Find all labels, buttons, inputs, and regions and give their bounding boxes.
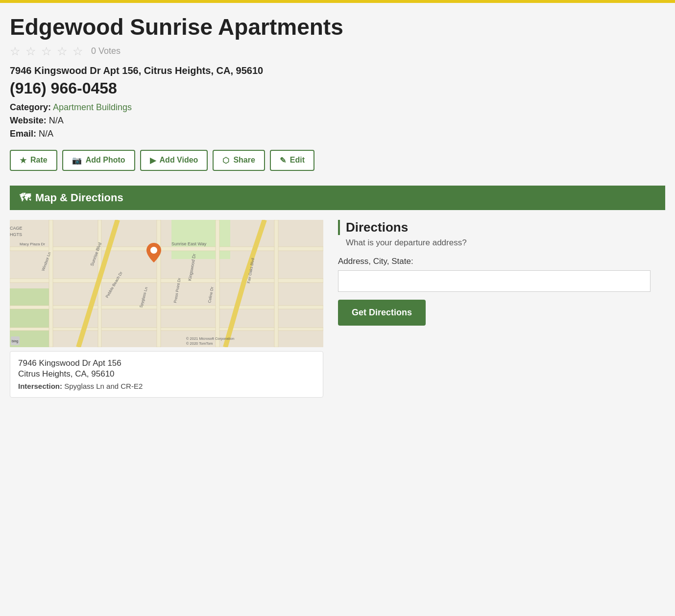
add-video-label: Add Video xyxy=(160,156,198,165)
rate-label: Rate xyxy=(30,156,48,165)
star-2[interactable]: ☆ xyxy=(25,45,39,58)
map-address-box: 7946 Kingswood Dr Apt 156 Citrus Heights… xyxy=(10,351,323,398)
svg-text:CAGE: CAGE xyxy=(10,226,23,231)
add-video-button[interactable]: ▶ Add Video xyxy=(140,150,208,171)
star-5[interactable]: ☆ xyxy=(72,45,86,58)
get-directions-button[interactable]: Get Directions xyxy=(338,300,426,326)
stars-container[interactable]: ☆ ☆ ☆ ☆ ☆ xyxy=(10,45,86,58)
directions-title: Directions xyxy=(338,220,651,235)
map-pin xyxy=(146,243,161,264)
star-1[interactable]: ☆ xyxy=(10,45,24,58)
intersection-value: Spyglass Ln and CR-E2 xyxy=(64,382,143,390)
add-photo-label: Add Photo xyxy=(86,156,125,165)
svg-rect-2 xyxy=(171,220,230,259)
svg-rect-9 xyxy=(157,220,161,347)
star-icon: ★ xyxy=(20,156,26,165)
business-title: Edgewood Sunrise Apartments xyxy=(10,15,665,40)
map-image[interactable]: Sunrise Blvd Sunrise East Way Kingswood … xyxy=(10,220,323,347)
svg-rect-10 xyxy=(216,220,219,347)
svg-text:© 2020 TomTom: © 2020 TomTom xyxy=(186,341,213,346)
video-icon: ▶ xyxy=(150,156,156,165)
svg-text:© 2021 Microsoft Corporation: © 2021 Microsoft Corporation xyxy=(186,336,234,341)
map-container[interactable]: Sunrise Blvd Sunrise East Way Kingswood … xyxy=(10,220,323,398)
main-content: Edgewood Sunrise Apartments ☆ ☆ ☆ ☆ ☆ 0 … xyxy=(0,3,675,417)
svg-text:bing: bing xyxy=(12,339,18,343)
svg-text:Macy Plaza Dr: Macy Plaza Dr xyxy=(20,242,45,246)
edit-icon: ✎ xyxy=(280,156,286,165)
departure-address-input[interactable] xyxy=(338,270,651,292)
category-value[interactable]: Apartment Buildings xyxy=(53,102,132,112)
map-directions-header: 🗺 Map & Directions xyxy=(10,186,665,210)
map-intersection: Intersection: Spyglass Ln and CR-E2 xyxy=(18,382,315,390)
business-address: 7946 Kingswood Dr Apt 156, Citrus Height… xyxy=(10,65,665,76)
star-4[interactable]: ☆ xyxy=(57,45,71,58)
share-button[interactable]: ⬡ Share xyxy=(213,150,265,171)
edit-label: Edit xyxy=(290,156,305,165)
svg-rect-11 xyxy=(274,220,278,347)
svg-point-28 xyxy=(150,247,157,254)
map-directions-body: Sunrise Blvd Sunrise East Way Kingswood … xyxy=(10,210,665,398)
map-svg: Sunrise Blvd Sunrise East Way Kingswood … xyxy=(10,220,323,347)
rate-button[interactable]: ★ Rate xyxy=(10,150,57,171)
business-phone: (916) 966-0458 xyxy=(10,79,665,97)
directions-panel: Directions What is your departure addres… xyxy=(323,220,665,398)
website-label: Website: xyxy=(10,116,47,125)
svg-text:Sunrise East Way: Sunrise East Way xyxy=(171,241,207,246)
email-value: N/A xyxy=(39,129,53,139)
map-icon: 🗺 xyxy=(20,191,30,204)
website-value: N/A xyxy=(49,116,64,125)
category-label: Category: xyxy=(10,102,51,112)
email-line: Email: N/A xyxy=(10,129,665,139)
intersection-label: Intersection: xyxy=(18,382,62,390)
star-3[interactable]: ☆ xyxy=(41,45,55,58)
map-directions-title: Map & Directions xyxy=(35,191,123,204)
action-buttons: ★ Rate 📷 Add Photo ▶ Add Video ⬡ Share ✎… xyxy=(10,150,665,171)
category-line: Category: Apartment Buildings xyxy=(10,102,665,113)
svg-text:HGTS: HGTS xyxy=(10,232,22,237)
email-label: Email: xyxy=(10,129,36,139)
edit-button[interactable]: ✎ Edit xyxy=(270,150,314,171)
map-address-line1: 7946 Kingswood Dr Apt 156 xyxy=(18,358,315,368)
camera-icon: 📷 xyxy=(72,156,82,165)
website-line: Website: N/A xyxy=(10,116,665,126)
get-directions-label: Get Directions xyxy=(352,308,412,317)
votes-count: 0 Votes xyxy=(91,46,121,56)
svg-rect-7 xyxy=(49,220,53,347)
address-label: Address, City, State: xyxy=(338,257,651,266)
add-photo-button[interactable]: 📷 Add Photo xyxy=(62,150,135,171)
rating-row: ☆ ☆ ☆ ☆ ☆ 0 Votes xyxy=(10,45,665,58)
share-label: Share xyxy=(233,156,255,165)
directions-subtitle: What is your departure address? xyxy=(338,238,651,248)
map-address-line2: Citrus Heights, CA, 95610 xyxy=(18,369,315,379)
share-icon: ⬡ xyxy=(222,156,229,165)
